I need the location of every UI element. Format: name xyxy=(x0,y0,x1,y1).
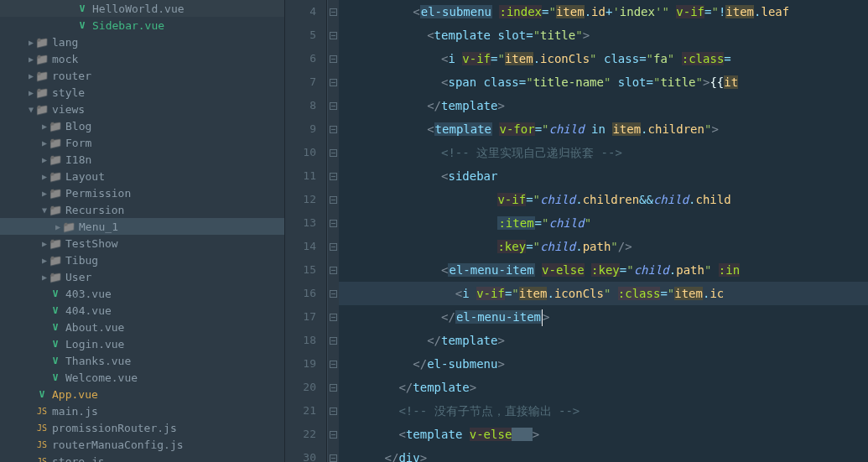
fold-marker[interactable] xyxy=(327,352,339,376)
fold-marker[interactable] xyxy=(327,235,339,258)
folder-icon: 📁 xyxy=(49,271,62,283)
code-content[interactable]: <el-submenu :index="item.id+'index'" v-i… xyxy=(339,0,868,462)
code-line[interactable]: <template v-for="child in item.children"… xyxy=(339,117,868,141)
code-line[interactable]: </div> xyxy=(339,446,868,462)
code-line[interactable]: <!-- 没有子节点，直接输出 --> xyxy=(339,399,868,423)
code-line[interactable]: </template> xyxy=(339,329,868,352)
tree-item-router[interactable]: ▶📁router xyxy=(0,67,284,84)
folder-icon: 📁 xyxy=(35,103,49,116)
tree-arrow-icon[interactable]: ▶ xyxy=(40,172,49,181)
tree-item-helloworldvue[interactable]: VHelloWorld.vue xyxy=(0,0,284,17)
tree-arrow-icon[interactable]: ▶ xyxy=(40,256,49,265)
tree-arrow-icon[interactable]: ▶ xyxy=(40,138,49,148)
fold-marker[interactable] xyxy=(327,423,339,446)
tree-arrow-icon[interactable]: ▼ xyxy=(40,205,49,215)
tree-arrow-icon[interactable]: ▶ xyxy=(40,122,49,131)
code-line[interactable]: <sidebar xyxy=(339,164,868,188)
tree-item-recursion[interactable]: ▼📁Recursion xyxy=(0,201,284,218)
tree-item-label: style xyxy=(52,86,85,99)
tree-item-label: HelloWorld.vue xyxy=(92,3,185,15)
tree-item-storejs[interactable]: JSstore.js xyxy=(0,453,284,462)
tree-item-sidebarvue[interactable]: VSidebar.vue xyxy=(0,17,284,34)
tree-arrow-icon[interactable]: ▼ xyxy=(27,105,35,114)
fold-marker[interactable] xyxy=(327,376,339,399)
code-line[interactable]: v-if="child.children&&child.child xyxy=(339,188,868,211)
tree-item-user[interactable]: ▶📁User xyxy=(0,268,284,285)
tree-item-lang[interactable]: ▶📁lang xyxy=(0,34,284,50)
tree-arrow-icon[interactable]: ▶ xyxy=(54,222,62,231)
fold-marker[interactable] xyxy=(327,329,339,352)
tree-item-mainjs[interactable]: JSmain.js xyxy=(0,402,284,419)
code-line[interactable]: <i v-if="item.iconCls" class="fa" :class… xyxy=(339,47,868,70)
code-line[interactable]: :item="child" xyxy=(339,211,868,235)
code-line[interactable]: </el-menu-item> xyxy=(339,305,868,329)
fold-marker[interactable] xyxy=(327,117,339,141)
tree-arrow-icon[interactable]: ▶ xyxy=(27,38,35,47)
code-line[interactable]: <template slot="title"> xyxy=(339,23,868,47)
tree-item-label: Thanks.vue xyxy=(65,355,131,367)
tree-item-appvue[interactable]: VApp.vue xyxy=(0,386,284,402)
tree-arrow-icon[interactable]: ▶ xyxy=(27,55,35,64)
tree-arrow-icon[interactable]: ▶ xyxy=(40,189,49,198)
fold-marker[interactable] xyxy=(327,446,339,462)
tree-item-label: 403.vue xyxy=(65,288,112,300)
folder-icon: 📁 xyxy=(49,204,62,216)
tree-item-promissionrouterjs[interactable]: JSpromissionRouter.js xyxy=(0,419,284,436)
fold-marker[interactable] xyxy=(327,305,339,329)
tree-arrow-icon[interactable]: ▶ xyxy=(27,88,35,97)
code-line[interactable]: <el-submenu :index="item.id+'index'" v-i… xyxy=(339,0,868,23)
code-line[interactable]: :key="child.path"/> xyxy=(339,235,868,258)
fold-marker[interactable] xyxy=(327,258,339,282)
code-line[interactable]: </el-submenu> xyxy=(339,352,868,376)
tree-item-layout[interactable]: ▶📁Layout xyxy=(0,168,284,184)
js-file-icon: JS xyxy=(35,423,49,433)
fold-marker[interactable] xyxy=(327,47,339,70)
tree-item-i18n[interactable]: ▶📁I18n xyxy=(0,151,284,168)
tree-item-testshow[interactable]: ▶📁TestShow xyxy=(0,235,284,252)
tree-item-label: Permission xyxy=(65,187,131,200)
fold-marker[interactable] xyxy=(327,399,339,423)
tree-item-form[interactable]: ▶📁Form xyxy=(0,134,284,151)
line-number: 17 xyxy=(285,305,316,329)
fold-marker[interactable] xyxy=(327,282,339,305)
tree-arrow-icon[interactable]: ▶ xyxy=(27,71,35,80)
line-number: 12 xyxy=(285,188,316,211)
fold-marker[interactable] xyxy=(327,0,339,23)
fold-marker[interactable] xyxy=(327,23,339,47)
vue-file-icon: V xyxy=(49,288,62,299)
code-line[interactable]: <i v-if="item.iconCls" :class="item.ic xyxy=(339,282,868,305)
code-line[interactable]: </template> xyxy=(339,94,868,117)
fold-marker[interactable] xyxy=(327,141,339,164)
fold-column[interactable] xyxy=(327,0,339,462)
fold-marker[interactable] xyxy=(327,164,339,188)
tree-item-404vue[interactable]: V404.vue xyxy=(0,302,284,319)
code-line[interactable]: <!-- 这里实现自己递归嵌套 --> xyxy=(339,141,868,164)
tree-item-thanksvue[interactable]: VThanks.vue xyxy=(0,352,284,369)
tree-arrow-icon[interactable]: ▶ xyxy=(40,239,49,248)
code-line[interactable]: <span class="title-name" slot="title">{{… xyxy=(339,70,868,94)
tree-item-tibug[interactable]: ▶📁Tibug xyxy=(0,252,284,268)
tree-item-aboutvue[interactable]: VAbout.vue xyxy=(0,319,284,335)
code-line[interactable]: <el-menu-item v-else :key="child.path" :… xyxy=(339,258,868,282)
fold-marker[interactable] xyxy=(327,70,339,94)
tree-arrow-icon[interactable]: ▶ xyxy=(40,273,49,282)
fold-marker[interactable] xyxy=(327,211,339,235)
tree-item-mock[interactable]: ▶📁mock xyxy=(0,50,284,67)
line-number: 18 xyxy=(285,329,316,352)
code-line[interactable]: </template> xyxy=(339,376,868,399)
tree-item-views[interactable]: ▼📁views xyxy=(0,101,284,117)
file-tree-sidebar[interactable]: VHelloWorld.vueVSidebar.vue▶📁lang▶📁mock▶… xyxy=(0,0,285,462)
fold-marker[interactable] xyxy=(327,94,339,117)
code-line[interactable]: <template v-else > xyxy=(339,423,868,446)
tree-item-403vue[interactable]: V403.vue xyxy=(0,285,284,302)
fold-marker[interactable] xyxy=(327,188,339,211)
tree-arrow-icon[interactable]: ▶ xyxy=(40,155,49,164)
tree-item-permission[interactable]: ▶📁Permission xyxy=(0,184,284,201)
tree-item-label: TestShow xyxy=(65,237,118,250)
tree-item-loginvue[interactable]: VLogin.vue xyxy=(0,335,284,352)
tree-item-routermanuaconfigjs[interactable]: JSrouterManuaConfig.js xyxy=(0,436,284,453)
tree-item-style[interactable]: ▶📁style xyxy=(0,84,284,101)
tree-item-welcomevue[interactable]: VWelcome.vue xyxy=(0,369,284,386)
tree-item-blog[interactable]: ▶📁Blog xyxy=(0,117,284,134)
tree-item-menu1[interactable]: ▶📁Menu_1 xyxy=(0,218,284,235)
